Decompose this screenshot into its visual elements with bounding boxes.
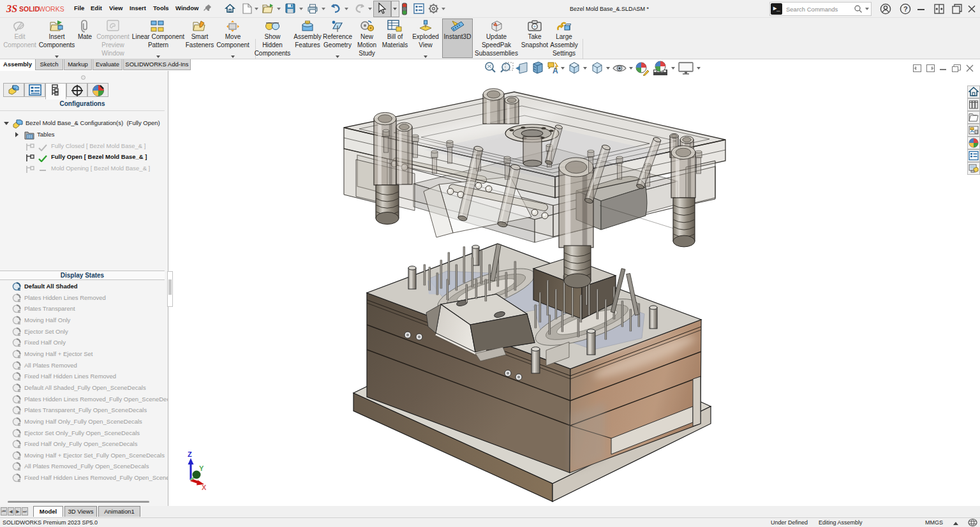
svg-text:SOLID: SOLID: [19, 5, 40, 13]
svg-text:ЗS: ЗS: [6, 3, 17, 14]
svg-text:Z: Z: [188, 450, 192, 458]
svg-text:WORKS: WORKS: [39, 5, 64, 13]
svg-text:X: X: [202, 484, 207, 491]
svg-text:?: ?: [903, 5, 908, 13]
svg-text:A: A: [553, 66, 558, 75]
svg-text:Y: Y: [199, 464, 204, 472]
